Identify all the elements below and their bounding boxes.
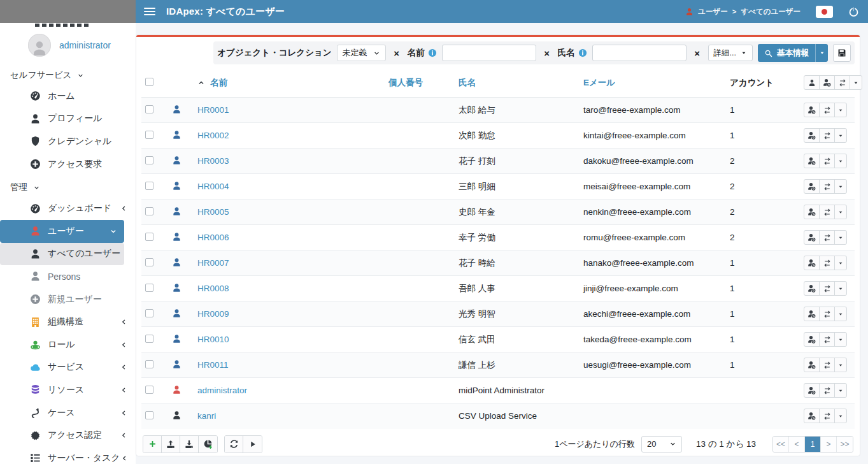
last-page-button[interactable]: >> (837, 437, 853, 452)
row-name-link[interactable]: administrator (197, 386, 247, 395)
row-checkbox[interactable] (145, 131, 153, 139)
sidebar-item-users[interactable]: ユーザー (0, 220, 124, 243)
resume-refresh-button[interactable] (243, 436, 262, 453)
row-actions-dropdown[interactable] (835, 231, 846, 244)
sidebar-item-services[interactable]: サービス (0, 356, 136, 379)
name-filter-input[interactable] (442, 45, 536, 61)
row-disable-button[interactable] (804, 333, 820, 346)
row-reconcile-button[interactable] (820, 384, 835, 397)
create-report-button[interactable] (199, 436, 217, 453)
profile-username-link[interactable]: administrator (59, 40, 111, 50)
row-disable-button[interactable] (804, 205, 820, 219)
info-icon[interactable] (578, 48, 587, 57)
search-button[interactable]: 基本情報 (758, 44, 815, 62)
column-name-sortable[interactable]: 名前 (197, 77, 381, 89)
refresh-button[interactable] (225, 436, 243, 453)
row-checkbox[interactable] (145, 182, 153, 190)
row-actions-dropdown[interactable] (835, 282, 846, 295)
export-object-button[interactable] (180, 436, 199, 453)
row-actions-dropdown[interactable] (835, 256, 846, 270)
first-page-button[interactable]: << (773, 437, 789, 452)
row-reconcile-button[interactable] (820, 154, 835, 168)
fullname-clear-button[interactable]: × (692, 48, 703, 59)
row-name-link[interactable]: HR0008 (197, 284, 229, 293)
row-reconcile-button[interactable] (820, 256, 835, 270)
breadcrumb-current[interactable]: すべてのユーザー (741, 7, 800, 17)
row-name-link[interactable]: HR0006 (197, 233, 229, 242)
more-options-button[interactable]: 詳細... (708, 45, 753, 61)
disable-users-button[interactable] (820, 76, 835, 89)
import-object-button[interactable] (162, 436, 180, 453)
row-disable-button[interactable] (804, 103, 820, 117)
row-name-link[interactable]: kanri (197, 411, 216, 421)
row-disable-button[interactable] (804, 231, 820, 244)
column-header-fullname[interactable]: 氏名 (455, 68, 580, 98)
search-dropdown-toggle[interactable] (815, 44, 828, 62)
row-reconcile-button[interactable] (820, 103, 835, 117)
row-reconcile-button[interactable] (820, 205, 835, 219)
column-header-email[interactable]: Eメール (580, 68, 726, 98)
row-disable-button[interactable] (804, 154, 820, 168)
header-actions-dropdown[interactable] (850, 76, 862, 89)
row-reconcile-button[interactable] (820, 129, 835, 142)
row-checkbox[interactable] (145, 156, 153, 164)
row-reconcile-button[interactable] (820, 180, 835, 193)
page-1-button[interactable]: 1 (805, 437, 821, 452)
row-disable-button[interactable] (804, 409, 820, 423)
section-self-service[interactable]: セルフサービス (0, 63, 136, 85)
save-search-button[interactable] (833, 44, 851, 62)
sidebar-item-dashboard[interactable]: ダッシュボード (0, 197, 136, 220)
fullname-filter-input[interactable] (592, 45, 687, 61)
row-name-link[interactable]: HR0001 (197, 105, 229, 115)
sidebar-item-roles[interactable]: ロール (0, 333, 136, 356)
info-icon[interactable] (428, 48, 437, 57)
sidebar-item-home[interactable]: ホーム (0, 85, 136, 108)
sidebar-item-credentials[interactable]: クレデンシャル (0, 130, 136, 153)
row-disable-button[interactable] (804, 129, 820, 142)
reconcile-users-button[interactable] (835, 76, 850, 89)
row-checkbox[interactable] (145, 386, 153, 394)
sidebar-item-certification[interactable]: アクセス認定 (0, 424, 136, 447)
sidebar-item-server-tasks[interactable]: サーバー・タスク (0, 447, 136, 464)
row-reconcile-button[interactable] (820, 231, 835, 244)
prev-page-button[interactable]: < (789, 437, 805, 452)
row-actions-dropdown[interactable] (835, 154, 846, 168)
breadcrumb-parent[interactable]: ユーザー (698, 7, 728, 17)
row-name-link[interactable]: HR0007 (197, 258, 229, 268)
row-disable-button[interactable] (804, 384, 820, 397)
sidebar-item-new-user[interactable]: 新規ユーザー (0, 288, 136, 311)
row-name-link[interactable]: HR0002 (197, 131, 229, 140)
row-disable-button[interactable] (804, 358, 820, 372)
rows-per-page-select[interactable]: 20 (641, 436, 682, 453)
row-name-link[interactable]: HR0005 (197, 207, 229, 217)
sidebar-item-profile[interactable]: プロフィール (0, 108, 136, 131)
collection-select[interactable]: 未定義 (337, 45, 386, 61)
row-checkbox[interactable] (145, 309, 153, 317)
language-flag-button[interactable] (816, 6, 833, 18)
row-checkbox[interactable] (145, 284, 153, 292)
row-checkbox[interactable] (145, 258, 153, 266)
sidebar-item-persons[interactable]: Persons (0, 265, 136, 288)
row-reconcile-button[interactable] (820, 333, 835, 346)
sidebar-item-resources[interactable]: リソース (0, 379, 136, 402)
sidebar-item-all-users[interactable]: すべてのユーザー (0, 243, 124, 266)
row-actions-dropdown[interactable] (835, 333, 846, 346)
row-disable-button[interactable] (804, 307, 820, 321)
sidebar-item-access-request[interactable]: アクセス要求 (0, 153, 136, 176)
row-name-link[interactable]: HR0011 (197, 360, 229, 370)
section-administration[interactable]: 管理 (0, 175, 136, 197)
row-reconcile-button[interactable] (820, 358, 835, 372)
row-name-link[interactable]: HR0010 (197, 335, 229, 344)
row-disable-button[interactable] (804, 256, 820, 270)
row-name-link[interactable]: HR0009 (197, 309, 229, 319)
row-reconcile-button[interactable] (820, 282, 835, 295)
new-object-button[interactable] (143, 436, 162, 453)
row-checkbox[interactable] (145, 207, 153, 215)
row-checkbox[interactable] (145, 360, 153, 368)
collection-clear-button[interactable]: × (391, 48, 402, 59)
row-checkbox[interactable] (145, 233, 153, 241)
sidebar-item-org-structure[interactable]: 組織構造 (0, 310, 136, 333)
row-checkbox[interactable] (145, 335, 153, 343)
row-actions-dropdown[interactable] (835, 358, 846, 372)
next-page-button[interactable]: > (821, 437, 837, 452)
